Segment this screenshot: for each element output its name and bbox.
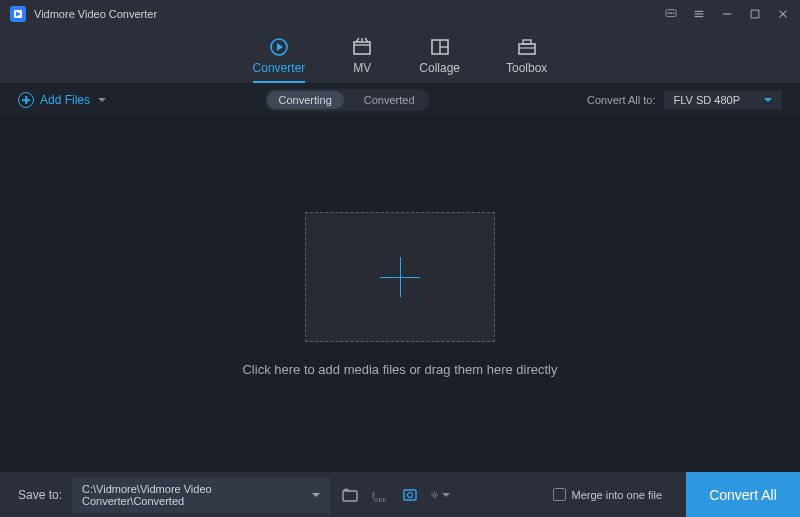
checkbox-icon [553,488,566,501]
svg-point-26 [408,492,413,497]
chevron-down-icon [442,493,450,497]
collage-icon [429,37,451,57]
main-tabs: Converter MV Collage Toolbox [0,28,800,84]
drop-hint: Click here to add media files or drag th… [242,362,557,377]
svg-rect-21 [523,40,531,44]
chevron-down-icon [764,98,772,102]
window-controls [664,7,790,21]
save-path-select[interactable]: C:\Vidmore\Vidmore Video Converter\Conve… [72,477,330,513]
convert-all-to: Convert All to: FLV SD 480P [587,90,782,110]
open-folder-button[interactable] [340,485,360,505]
svg-point-5 [673,13,674,14]
feedback-icon[interactable] [664,7,678,21]
save-to-label: Save to: [18,488,62,502]
convert-all-to-label: Convert All to: [587,94,655,106]
svg-rect-23 [343,491,357,501]
save-path-value: C:\Vidmore\Vidmore Video Converter\Conve… [82,483,312,507]
plus-icon [18,92,34,108]
drop-zone[interactable] [305,212,495,342]
svg-point-4 [670,13,671,14]
convert-all-label: Convert All [709,487,777,503]
hardware-accel-button[interactable]: OFF [370,485,390,505]
status-tabs: Converting Converted [265,89,429,111]
hwaccel-state: OFF [374,497,388,503]
bottom-bar: Save to: C:\Vidmore\Vidmore Video Conver… [0,472,800,517]
tab-toolbox[interactable]: Toolbox [506,37,547,83]
merge-checkbox[interactable]: Merge into one file [553,488,663,501]
chevron-down-icon [312,493,320,497]
app-logo [10,6,26,22]
converter-icon [268,37,290,57]
svg-point-27 [433,493,436,496]
mv-icon [351,37,373,57]
minimize-icon[interactable] [720,7,734,21]
settings-button[interactable] [430,485,450,505]
plus-icon [380,257,420,297]
merge-label: Merge into one file [572,489,663,501]
tab-collage[interactable]: Collage [419,37,460,83]
maximize-icon[interactable] [748,7,762,21]
tab-label: MV [353,61,371,75]
tab-label: Toolbox [506,61,547,75]
svg-rect-25 [404,490,416,500]
drop-area: Click here to add media files or drag th… [0,116,800,472]
add-files-label: Add Files [40,93,90,107]
tab-converted[interactable]: Converted [352,91,427,109]
tab-mv[interactable]: MV [351,37,373,83]
svg-marker-14 [277,43,283,51]
app-title: Vidmore Video Converter [34,8,157,20]
menu-icon[interactable] [692,7,706,21]
tab-converting[interactable]: Converting [267,91,344,109]
close-icon[interactable] [776,7,790,21]
svg-point-3 [668,13,669,14]
title-bar: Vidmore Video Converter [0,0,800,28]
chevron-down-icon [98,98,106,102]
gpu-accel-button[interactable] [400,485,420,505]
svg-rect-20 [519,44,535,54]
tab-converter[interactable]: Converter [253,37,306,83]
format-select[interactable]: FLV SD 480P [664,90,782,110]
toolbar: Add Files Converting Converted Convert A… [0,84,800,116]
convert-all-button[interactable]: Convert All [686,472,800,517]
svg-rect-15 [354,42,370,54]
svg-rect-10 [751,10,759,18]
tab-label: Collage [419,61,460,75]
toolbox-icon [516,37,538,57]
tab-label: Converter [253,61,306,75]
add-files-button[interactable]: Add Files [18,92,106,108]
format-value: FLV SD 480P [674,94,740,106]
